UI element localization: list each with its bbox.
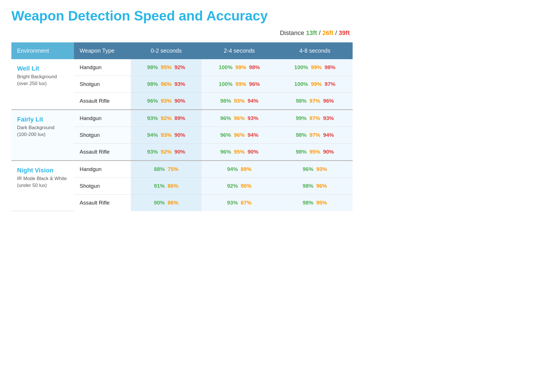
data-cell-d24: 93%87% xyxy=(202,194,277,211)
data-cell-d02: 93%92%89% xyxy=(131,110,202,127)
col-4-8s: 4-8 seconds xyxy=(277,42,353,59)
col-environment: Environment xyxy=(11,42,74,59)
data-cell-d48: 98%97%96% xyxy=(277,92,353,110)
page-title: Weapon Detection Speed and Accuracy xyxy=(11,9,353,24)
data-cell-d24: 98%93%94% xyxy=(202,92,277,110)
data-cell-d24: 96%96%93% xyxy=(202,110,277,127)
data-cell-d02: 98%95%92% xyxy=(131,59,202,76)
weapon-type-cell: Shotgun xyxy=(74,76,131,92)
col-weapon-type: Weapon Type xyxy=(74,42,131,59)
data-cell-d48: 98%96% xyxy=(277,178,353,194)
data-cell-d02: 91%86% xyxy=(131,178,202,194)
distance-39ft: 39ft xyxy=(339,29,350,36)
col-0-2s: 0-2 seconds xyxy=(131,42,202,59)
data-cell-d24: 96%95%90% xyxy=(202,143,277,160)
data-cell-d48: 96%93% xyxy=(277,160,353,178)
env-cell-1: Fairly Lit Dark Background(100-200 lux) xyxy=(11,110,74,160)
distance-26ft: 26ft xyxy=(322,29,333,36)
data-cell-d02: 94%93%90% xyxy=(131,127,202,143)
weapon-type-cell: Shotgun xyxy=(74,178,131,194)
data-cell-d48: 98%97%94% xyxy=(277,127,353,143)
data-cell-d24: 96%96%94% xyxy=(202,127,277,143)
data-cell-d48: 100%99%98% xyxy=(277,59,353,76)
table-row: Fairly Lit Dark Background(100-200 lux) … xyxy=(11,110,353,127)
weapon-type-cell: Handgun xyxy=(74,59,131,76)
weapon-type-cell: Assault Rifle xyxy=(74,92,131,110)
env-cell-0: Well Lit Bright Background(over 250 lux) xyxy=(11,59,74,110)
weapon-type-cell: Assault Rifle xyxy=(74,194,131,211)
env-cell-2: Night Vision IR Mode Black & White(under… xyxy=(11,160,74,211)
data-cell-d48: 98%95% xyxy=(277,194,353,211)
data-cell-d02: 88%75% xyxy=(131,160,202,178)
data-cell-d02: 96%93%90% xyxy=(131,92,202,110)
data-cell-d02: 93%92%90% xyxy=(131,143,202,160)
data-cell-d24: 92%90% xyxy=(202,178,277,194)
data-cell-d24: 100%98%98% xyxy=(202,59,277,76)
weapon-type-cell: Handgun xyxy=(74,160,131,178)
table-row: Well Lit Bright Background(over 250 lux)… xyxy=(11,59,353,76)
data-table: Environment Weapon Type 0-2 seconds 2-4 … xyxy=(11,42,353,211)
data-cell-d48: 99%97%93% xyxy=(277,110,353,127)
weapon-type-cell: Assault Rifle xyxy=(74,143,131,160)
data-cell-d24: 100%99%96% xyxy=(202,76,277,92)
data-cell-d24: 94%89% xyxy=(202,160,277,178)
data-cell-d02: 90%86% xyxy=(131,194,202,211)
data-cell-d48: 100%99%97% xyxy=(277,76,353,92)
col-2-4s: 2-4 seconds xyxy=(202,42,277,59)
data-cell-d02: 98%96%93% xyxy=(131,76,202,92)
weapon-type-cell: Shotgun xyxy=(74,127,131,143)
distance-13ft: 13ft xyxy=(306,29,317,36)
distance-info: Distance 13ft / 26ft / 39ft xyxy=(11,29,353,37)
table-row: Night Vision IR Mode Black & White(under… xyxy=(11,160,353,178)
data-cell-d48: 98%95%90% xyxy=(277,143,353,160)
weapon-type-cell: Handgun xyxy=(74,110,131,127)
